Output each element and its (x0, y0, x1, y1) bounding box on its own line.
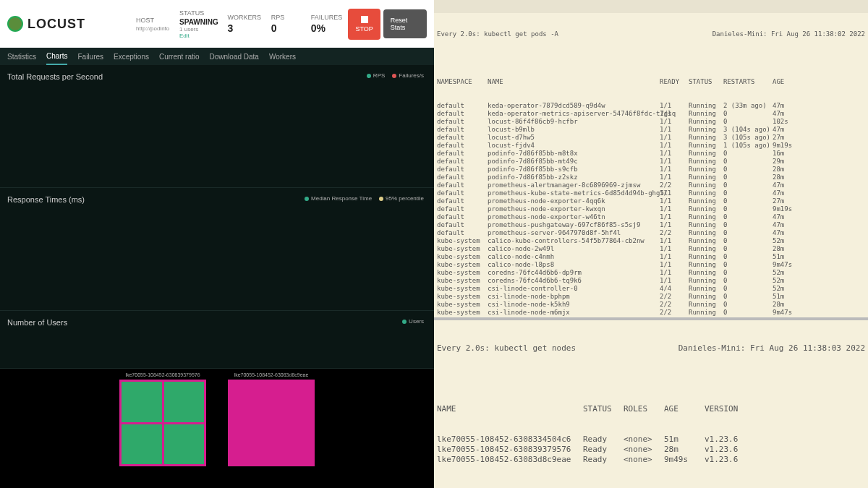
node-row: lke70055-108452-630839379576Ready<none>2… (437, 445, 865, 455)
pod-row: defaultprometheus-node-exporter-w46tn1/1… (437, 213, 865, 221)
pod-row: kube-systemcsi-linode-node-k5kh92/2Runni… (437, 301, 865, 309)
users-chart: Users Number of Users (0, 311, 434, 369)
tab-charts[interactable]: Charts (46, 48, 67, 65)
stop-button[interactable]: STOP (348, 9, 380, 40)
tab-current-ratio[interactable]: Current ratio (159, 49, 200, 64)
worker-cell (122, 424, 162, 465)
node-row: lke70055-108452-6308334504c6Ready<none>5… (437, 435, 865, 445)
pods-header: NAMESPACENAMEREADYSTATUSRESTARTSAGE (437, 78, 865, 86)
requests-legend: RPSFailures/s (367, 72, 424, 79)
terminal-pane: Every 2.0s: kubectl get pods -A Danieles… (434, 0, 868, 488)
requests-chart: RPSFailures/s Total Requests per Second (0, 65, 434, 188)
nodes-header: NAMESTATUSROLESAGEVERSION (437, 404, 865, 414)
kubectl-pods-terminal[interactable]: Every 2.0s: kubectl get pods -A Danieles… (434, 0, 868, 317)
nodes-rows: lke70055-108452-6308334504c6Ready<none>5… (437, 435, 865, 465)
pod-row: kube-systemcsi-linode-node-bphpm2/2Runni… (437, 293, 865, 301)
worker-1: lke70055-108452-630839379576 (119, 372, 206, 466)
worker-cell (164, 382, 205, 422)
pod-row: defaultprometheus-node-exporter-kwxqn1/1… (437, 205, 865, 213)
pods-rows: defaultkeda-operator-7879dcd589-q9d4w1/1… (437, 102, 865, 317)
pod-row: defaultlocust-86f4f86cb9-hcfbr1/1Running… (437, 118, 865, 126)
pod-row: defaultprometheus-alertmanager-8c6896969… (437, 181, 865, 189)
pod-row: defaultpodinfo-7d86f85bb-m8t8x1/1Running… (437, 150, 865, 158)
users-legend: Users (402, 318, 424, 325)
charts-area: RPSFailures/s Total Requests per Second … (0, 65, 434, 369)
pod-row: kube-systemcsi-linode-controller-04/4Run… (437, 285, 865, 293)
kubectl-nodes-terminal[interactable]: Every 2.0s: kubectl get nodes Danieles-M… (434, 317, 868, 488)
failures-stat: FAILURES 0% (304, 14, 346, 34)
locust-logo-icon (7, 16, 23, 32)
pod-row: kube-systemcalico-kube-controllers-54f5b… (437, 237, 865, 245)
pod-row: kube-systemcalico-node-l8ps81/1Running09… (437, 261, 865, 269)
worker-grid: lke70055-108452-630839379576 lke70055-10… (0, 369, 434, 488)
worker-2-grid (228, 380, 315, 466)
workers-stat: WORKERS 3 (221, 14, 264, 34)
pod-row: defaultprometheus-pushgateway-697cf86f85… (437, 221, 865, 229)
locust-pane: LOCUST HOST http://podinfo STATUS SPAWNI… (0, 0, 434, 488)
pod-row: defaultkeda-operator-7879dcd589-q9d4w1/1… (437, 102, 865, 110)
tab-statistics[interactable]: Statistics (7, 49, 36, 64)
worker-2: lke70055-108452-63083d8c9eae (228, 372, 315, 466)
tab-failures[interactable]: Failures (77, 49, 103, 64)
worker-cell (164, 424, 205, 465)
pod-row: defaultpodinfo-7d86f85bb-mt49c1/1Running… (437, 158, 865, 166)
pod-row: defaultpodinfo-7d86f85bb-z2skz1/1Running… (437, 174, 865, 181)
node-row: lke70055-108452-63083d8c9eaeReady<none>9… (437, 455, 865, 465)
pod-row: defaultprometheus-kube-state-metrics-6d8… (437, 189, 865, 197)
pod-row: defaultlocust-d7hw51/1Running3 (105s ago… (437, 134, 865, 142)
rps-stat: RPS 0 (264, 14, 304, 34)
response-legend: Median Response Time95% percentile (305, 195, 424, 202)
stop-icon (361, 16, 368, 23)
pod-row: kube-systemcalico-node-2w49l1/1Running02… (437, 245, 865, 253)
tab-nav: StatisticsChartsFailuresExceptionsCurren… (0, 48, 434, 65)
pod-row: kube-systemcsi-linode-node-m6mjx2/2Runni… (437, 309, 865, 317)
status-stat: STATUS SPAWNING 1 users Edit (172, 9, 220, 39)
pod-row: defaultprometheus-node-exporter-4qq6k1/1… (437, 197, 865, 205)
tab-workers[interactable]: Workers (269, 49, 296, 64)
pod-row: kube-systemcoredns-76fc44d6b6-dp9rm1/1Ru… (437, 269, 865, 277)
pod-row: defaultkeda-operator-metrics-apiserver-5… (437, 110, 865, 118)
locust-logo: LOCUST (7, 16, 85, 32)
reset-button[interactable]: Reset Stats (383, 9, 427, 38)
tab-exceptions[interactable]: Exceptions (114, 49, 149, 64)
edit-link[interactable]: Edit (179, 33, 213, 39)
host-stat: HOST http://podinfo (129, 17, 172, 32)
pod-row: defaultpodinfo-7d86f85bb-s9cfb1/1Running… (437, 166, 865, 174)
pod-row: kube-systemcalico-node-c4nmh1/1Running05… (437, 253, 865, 261)
tab-download-data[interactable]: Download Data (210, 49, 259, 64)
locust-header: LOCUST HOST http://podinfo STATUS SPAWNI… (0, 0, 434, 48)
worker-1-grid (119, 380, 206, 466)
pod-row: kube-systemcoredns-76fc44d6b6-tq9k61/1Ru… (437, 277, 865, 285)
response-chart: Median Response Time95% percentile Respo… (0, 188, 434, 311)
pod-row: defaultlocust-b9mlb1/1Running3 (104s ago… (437, 126, 865, 134)
pod-row: defaultlocust-fjdv41/1Running1 (105s ago… (437, 142, 865, 150)
logo-text: LOCUST (27, 17, 85, 32)
pod-row: defaultprometheus-server-9647970d8f-5hf4… (437, 229, 865, 237)
worker-cell (122, 382, 162, 422)
